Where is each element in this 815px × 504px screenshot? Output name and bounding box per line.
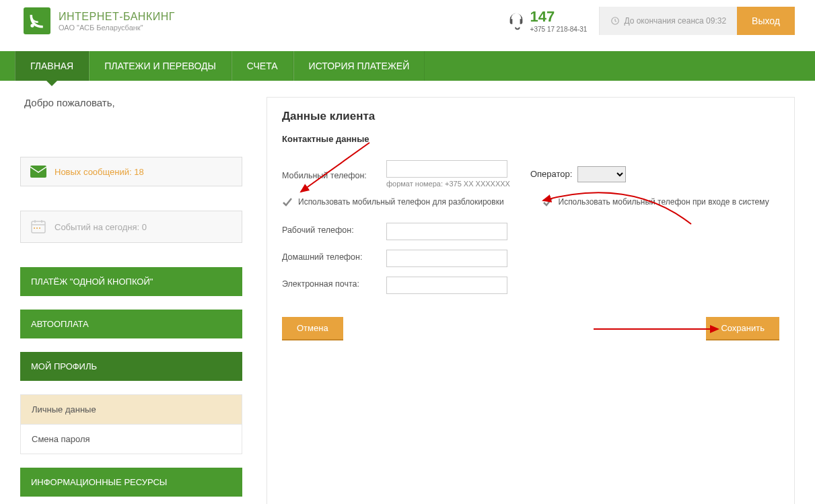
brand-title: ИНТЕРНЕТ-БАНКИНГ — [59, 11, 175, 23]
panel-subtitle: Контактные данные — [282, 134, 779, 144]
cancel-button[interactable]: Отмена — [282, 317, 343, 340]
sidebar-info-resources[interactable]: ИНФОРМАЦИОННЫЕ РЕСУРСЫ — [20, 468, 242, 497]
home-phone-input[interactable] — [386, 250, 507, 267]
session-text: До окончания сеанса 09:32 — [624, 16, 726, 26]
main-nav: ГЛАВНАЯ ПЛАТЕЖИ И ПЕРЕВОДЫ СЧЕТА ИСТОРИЯ… — [0, 51, 815, 81]
support-number: 147 — [530, 9, 588, 24]
panel-title: Данные клиента — [282, 110, 779, 123]
save-button[interactable]: Сохранить — [706, 317, 779, 340]
check-unblock[interactable]: Использовать мобильный телефон для разбл… — [282, 197, 520, 208]
sidebar-profile[interactable]: МОЙ ПРОФИЛЬ — [20, 352, 242, 381]
check-login[interactable]: Использовать мобильный телефон при входе… — [542, 197, 780, 208]
svg-point-9 — [39, 227, 40, 229]
nav-accounts[interactable]: СЧЕТА — [232, 51, 293, 81]
sidebar-oneclick[interactable]: ПЛАТЁЖ "ОДНОЙ КНОПКОЙ" — [20, 267, 242, 296]
row-email: Электронная почта: — [282, 277, 779, 294]
messages-label: Новых сообщений: 18 — [55, 167, 144, 177]
welcome-text: Добро пожаловать, — [24, 97, 242, 108]
support-block: 147 +375 17 218-84-31 — [506, 9, 588, 33]
row-home-phone: Домашний телефон: — [282, 250, 779, 267]
mobile-input[interactable] — [386, 160, 507, 178]
check-login-label: Использовать мобильный телефон при входе… — [559, 197, 769, 207]
svg-point-7 — [34, 227, 35, 229]
nav-payments[interactable]: ПЛАТЕЖИ И ПЕРЕВОДЫ — [89, 51, 232, 81]
brand-subtitle: ОАО "АСБ Беларусбанк" — [59, 24, 175, 32]
nav-history[interactable]: ИСТОРИЯ ПЛАТЕЖЕЙ — [293, 51, 425, 81]
mobile-label: Мобильный телефон: — [282, 168, 386, 180]
header: ИНТЕРНЕТ-БАНКИНГ ОАО "АСБ Беларусбанк" 1… — [0, 0, 815, 42]
mobile-hint: формат номера: +375 XX XXXXXXX — [386, 180, 510, 188]
row-mobile: Мобильный телефон: формат номера: +375 X… — [282, 160, 779, 188]
headset-icon — [506, 11, 526, 31]
clock-icon — [610, 16, 620, 26]
operator-label: Оператор: — [530, 169, 572, 179]
calendar-icon — [30, 219, 46, 234]
row-work-phone: Рабочий телефон: — [282, 223, 779, 240]
check-icon — [282, 197, 293, 208]
sidebar-personal-data[interactable]: Личные данные — [20, 394, 242, 425]
check-unblock-label: Использовать мобильный телефон для разбл… — [298, 197, 504, 207]
svg-point-8 — [36, 227, 38, 229]
bank-logo-icon — [24, 7, 50, 34]
email-input[interactable] — [386, 277, 507, 294]
brand-block: ИНТЕРНЕТ-БАНКИНГ ОАО "АСБ Беларусбанк" — [24, 7, 506, 34]
svg-rect-3 — [32, 221, 45, 233]
svg-rect-2 — [30, 166, 46, 178]
email-label: Электронная почта: — [282, 277, 386, 289]
work-phone-label: Рабочий телефон: — [282, 223, 386, 235]
svg-point-0 — [30, 24, 34, 27]
work-phone-input[interactable] — [386, 223, 507, 240]
main-panel: Данные клиента Контактные данные Мобильн… — [267, 97, 795, 504]
nav-home[interactable]: ГЛАВНАЯ — [15, 51, 89, 81]
events-label: Событий на сегодня: 0 — [55, 222, 147, 232]
sidebar: Добро пожаловать, Новых сообщений: 18 Со… — [20, 97, 242, 504]
session-timer: До окончания сеанса 09:32 — [599, 7, 737, 35]
events-box[interactable]: Событий на сегодня: 0 — [20, 211, 242, 243]
support-phone: +375 17 218-84-31 — [530, 26, 588, 33]
envelope-icon — [30, 166, 46, 178]
sidebar-change-password[interactable]: Смена пароля — [20, 425, 242, 454]
check-icon — [542, 197, 553, 208]
home-phone-label: Домашний телефон: — [282, 250, 386, 262]
logout-button[interactable]: Выход — [737, 7, 795, 35]
sidebar-autopay[interactable]: АВТООПЛАТА — [20, 310, 242, 338]
operator-select[interactable] — [577, 166, 626, 182]
messages-box[interactable]: Новых сообщений: 18 — [20, 157, 242, 186]
